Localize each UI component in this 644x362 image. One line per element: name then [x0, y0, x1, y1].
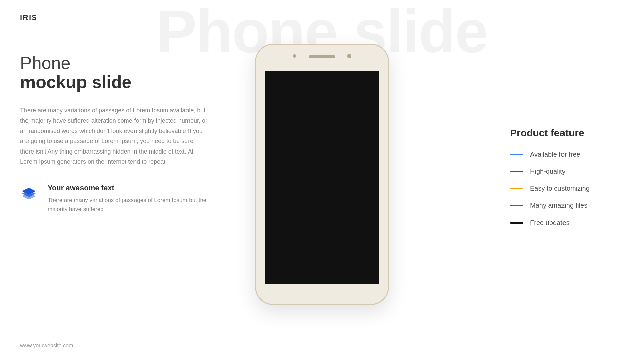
left-content-area: Phone mockup slide There are many variat… — [20, 54, 208, 214]
feature-label-4: Free updates — [530, 219, 570, 227]
feature-line-3 — [510, 205, 523, 206]
feature-item-3: Many amazing files — [510, 202, 617, 209]
description-text: There are many variations of passages of… — [20, 105, 208, 167]
phone-outer — [255, 44, 389, 305]
phone-camera — [347, 54, 351, 58]
phone-mockup-container — [255, 44, 389, 305]
feature-label-2: Easy to customizing — [530, 185, 590, 192]
feature-item-4: Free updates — [510, 219, 617, 227]
phone-screen — [265, 71, 379, 284]
feature-line-0 — [510, 154, 523, 155]
right-panel: Product feature Available for free High-… — [510, 127, 617, 236]
feature-title: Your awesome text — [48, 184, 208, 192]
layers-icon — [20, 184, 38, 207]
feature-label-0: Available for free — [530, 150, 580, 158]
logo: IRIS — [20, 13, 37, 22]
product-feature-title: Product feature — [510, 127, 617, 139]
footer-url: www.yourwebsite.com — [20, 343, 73, 349]
phone-dot-left — [293, 54, 296, 58]
phone-speaker — [309, 55, 335, 58]
feature-box: Your awesome text There are many variati… — [20, 184, 208, 214]
feature-item-2: Easy to customizing — [510, 185, 617, 192]
feature-line-1 — [510, 171, 523, 172]
feature-line-4 — [510, 222, 523, 224]
feature-line-2 — [510, 188, 523, 189]
feature-body: There are many variations of passages of… — [48, 196, 208, 214]
slide-title-light: Phone — [20, 54, 208, 73]
feature-item-0: Available for free — [510, 150, 617, 158]
slide-title-bold: mockup slide — [20, 73, 208, 92]
feature-item-1: High-quality — [510, 168, 617, 175]
phone-top-bar — [256, 45, 388, 71]
feature-text: Your awesome text There are many variati… — [48, 184, 208, 214]
feature-label-3: Many amazing files — [530, 202, 587, 209]
feature-label-1: High-quality — [530, 168, 566, 175]
